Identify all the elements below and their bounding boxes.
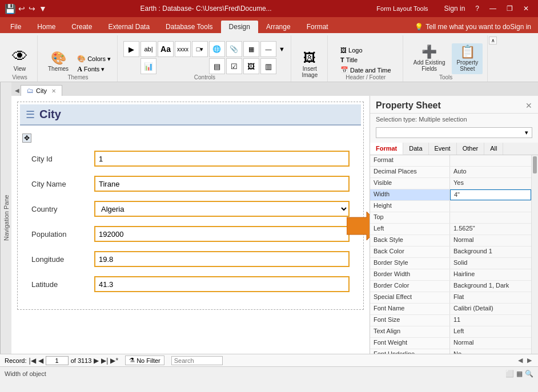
- prop-back-style-value[interactable]: Normal: [450, 235, 531, 246]
- record-new-button[interactable]: ▶*: [110, 357, 118, 365]
- line-tool[interactable]: —: [260, 41, 276, 57]
- search-input[interactable]: [174, 357, 220, 364]
- prop-left-value[interactable]: 1.5625": [450, 224, 531, 235]
- hyperlink-tool[interactable]: 🌐: [209, 41, 225, 57]
- status-icon-3[interactable]: 🔍: [525, 370, 533, 378]
- property-tab-data[interactable]: Data: [403, 143, 428, 155]
- property-sheet-close-button[interactable]: ✕: [525, 101, 532, 110]
- prop-border-style-value[interactable]: Solid: [450, 258, 531, 269]
- prop-border-color[interactable]: Border Color Background 1, Dark: [370, 281, 531, 292]
- prop-visible[interactable]: Visible Yes: [370, 178, 531, 189]
- record-scroll-right[interactable]: ▶: [525, 357, 533, 364]
- prop-font-weight-value[interactable]: Normal: [450, 338, 531, 349]
- tab-arrange[interactable]: Arrange: [258, 21, 299, 33]
- button-tool[interactable]: xxxx: [175, 41, 191, 57]
- country-select[interactable]: Algeria Albania France: [94, 201, 350, 217]
- record-next-button[interactable]: ▶: [94, 357, 99, 365]
- property-tab-all[interactable]: All: [484, 143, 503, 155]
- chart-tool[interactable]: 📊: [140, 58, 156, 74]
- logo-button[interactable]: 🖼 Logo: [339, 46, 393, 54]
- prop-width[interactable]: Width 4": [370, 189, 531, 201]
- controls-expand[interactable]: ▼: [278, 46, 286, 52]
- prop-back-style[interactable]: Back Style Normal: [370, 235, 531, 246]
- prop-font-size-value[interactable]: 11: [450, 315, 531, 326]
- prop-width-value[interactable]: 4": [450, 189, 531, 200]
- selection-dropdown[interactable]: ▾: [376, 127, 532, 138]
- prop-left[interactable]: Left 1.5625": [370, 224, 531, 235]
- frame-tool[interactable]: ▥: [260, 58, 276, 74]
- insert-image-button[interactable]: 🖼 InsertImage: [297, 50, 323, 80]
- prop-special-effect[interactable]: Special Effect Flat: [370, 292, 531, 304]
- tab-nav-left[interactable]: ◀: [14, 84, 21, 96]
- minimize-button[interactable]: —: [485, 3, 501, 14]
- city-tab-close[interactable]: ✕: [51, 88, 56, 94]
- property-tab-format[interactable]: Format: [370, 143, 403, 155]
- tab-database-tools[interactable]: Database Tools: [158, 21, 221, 33]
- subform-tool[interactable]: ▤: [209, 58, 225, 74]
- label-tool[interactable]: Aa: [158, 41, 174, 57]
- tab-home[interactable]: Home: [29, 21, 63, 33]
- prop-border-width-value[interactable]: Hairline: [450, 269, 531, 280]
- record-last-button[interactable]: ▶|: [101, 357, 108, 365]
- property-scrollbar[interactable]: [531, 155, 538, 354]
- longitude-input[interactable]: [94, 251, 350, 267]
- search-box[interactable]: [171, 356, 223, 365]
- tab-create[interactable]: Create: [63, 21, 100, 33]
- add-existing-fields-button[interactable]: ➕ Add ExistingFields: [409, 43, 450, 74]
- fonts-button[interactable]: A Fonts ▾: [75, 64, 113, 74]
- city-id-input[interactable]: [94, 151, 350, 167]
- population-input[interactable]: [94, 226, 350, 242]
- property-tab-event[interactable]: Event: [429, 143, 457, 155]
- prop-border-style[interactable]: Border Style Solid: [370, 258, 531, 269]
- redo-icon[interactable]: ↪: [29, 4, 35, 13]
- tab-design[interactable]: Design: [221, 21, 258, 33]
- select-tool[interactable]: ▶: [123, 41, 139, 57]
- prop-font-size[interactable]: Font Size 11: [370, 315, 531, 326]
- sign-in-link[interactable]: Sign in: [510, 23, 531, 31]
- latitude-input[interactable]: [94, 276, 350, 292]
- prop-top[interactable]: Top: [370, 212, 531, 224]
- prop-font-name[interactable]: Font Name Calibri (Detail): [370, 304, 531, 315]
- attachment-tool[interactable]: 📎: [226, 41, 242, 57]
- sign-in-button[interactable]: Sign in: [440, 3, 470, 14]
- prop-decimal-places[interactable]: Decimal Places Auto: [370, 167, 531, 178]
- record-prev-button[interactable]: ◀: [38, 357, 43, 365]
- prop-back-color-value[interactable]: Background 1: [450, 246, 531, 257]
- prop-decimal-places-value[interactable]: Auto: [450, 167, 531, 177]
- undo-icon[interactable]: ↩: [18, 4, 25, 13]
- city-name-input[interactable]: [94, 176, 350, 192]
- restore-button[interactable]: ❐: [502, 3, 517, 14]
- text-box-tool[interactable]: ab|: [140, 41, 156, 57]
- prop-top-value[interactable]: [450, 212, 531, 223]
- prop-format[interactable]: Format: [370, 155, 531, 167]
- prop-back-color[interactable]: Back Color Background 1: [370, 246, 531, 258]
- help-button[interactable]: ?: [471, 3, 484, 14]
- form-move-handle[interactable]: ✥: [22, 134, 31, 143]
- ribbon-collapse-button[interactable]: ∧: [489, 37, 497, 45]
- status-icon-2[interactable]: ▦: [516, 370, 523, 378]
- status-icon-1[interactable]: ⬜: [505, 370, 514, 378]
- property-sheet-button[interactable]: 📋 PropertySheet: [452, 43, 483, 74]
- save-quick-icon[interactable]: ▼: [39, 4, 47, 13]
- prop-height-value[interactable]: [450, 201, 531, 212]
- record-first-button[interactable]: |◀: [29, 357, 36, 365]
- no-filter-button[interactable]: ⚗ No Filter: [125, 355, 164, 365]
- checkbox-tool[interactable]: ☑: [226, 58, 242, 74]
- navigation-pane[interactable]: Navigation Pane: [0, 82, 11, 354]
- title-button[interactable]: T Title: [339, 56, 393, 64]
- colors-button[interactable]: 🎨 Colors ▾: [75, 54, 113, 63]
- tell-me-area[interactable]: 💡 Tell me what you want to do: [415, 23, 510, 31]
- close-button[interactable]: ✕: [519, 3, 533, 14]
- scrollbar-thumb[interactable]: [533, 156, 537, 173]
- prop-font-underline[interactable]: Font Underline No: [370, 349, 531, 354]
- prop-font-name-value[interactable]: Calibri (Detail): [450, 304, 531, 314]
- prop-visible-value[interactable]: Yes: [450, 178, 531, 189]
- record-current-input[interactable]: [46, 356, 69, 365]
- city-tab[interactable]: 🗂 City ✕: [21, 85, 62, 96]
- prop-height[interactable]: Height: [370, 201, 531, 212]
- tab-file[interactable]: File: [2, 21, 29, 33]
- prop-border-width[interactable]: Border Width Hairline: [370, 269, 531, 281]
- prop-font-weight[interactable]: Font Weight Normal: [370, 338, 531, 349]
- listbox-tool[interactable]: ▦: [243, 41, 259, 57]
- tab-external-data[interactable]: External Data: [100, 21, 158, 33]
